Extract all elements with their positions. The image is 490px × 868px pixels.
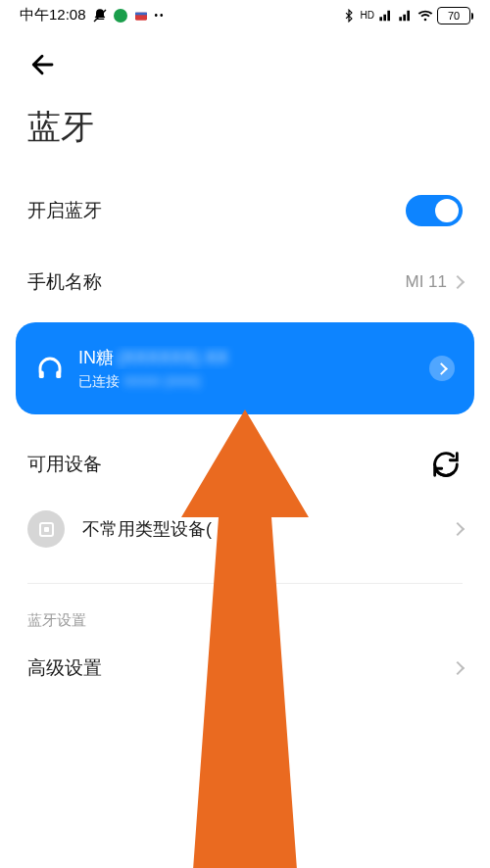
wifi-icon	[417, 8, 433, 24]
refresh-icon	[429, 448, 463, 481]
chevron-right-icon	[451, 275, 465, 289]
status-left: 中午12:08 ••	[20, 6, 166, 24]
advanced-settings-row[interactable]: 高级设置	[0, 638, 490, 702]
available-devices-header: 可用设备	[0, 420, 490, 495]
bluetooth-status-icon	[341, 8, 357, 24]
page-title: 蓝牙	[0, 91, 490, 173]
svg-rect-4	[56, 371, 61, 379]
status-right: HD 70	[341, 7, 470, 24]
bluetooth-switch-row[interactable]: 开启蓝牙	[0, 173, 490, 248]
chevron-right-icon	[451, 522, 465, 536]
headphones-icon	[35, 354, 65, 383]
available-devices-label: 可用设备	[27, 452, 102, 477]
device-text: IN糖(XXXXXX) XX 已连接 XXXX (XXX)	[78, 346, 416, 391]
advanced-settings-label: 高级设置	[27, 655, 102, 681]
back-arrow-icon	[27, 50, 57, 79]
connected-device-card[interactable]: IN糖(XXXXXX) XX 已连接 XXXX (XXX)	[16, 322, 474, 414]
refresh-button[interactable]	[429, 448, 463, 481]
header	[0, 28, 490, 91]
svg-rect-2	[135, 12, 147, 15]
svg-rect-3	[39, 371, 44, 379]
phone-name-row[interactable]: 手机名称 MI 11	[0, 248, 490, 316]
battery-indicator: 70	[437, 7, 470, 24]
phone-name-value: MI 11	[405, 272, 447, 292]
device-name-obscured: (XXXXXX) XX	[118, 348, 228, 367]
device-status-obscured: XXXX (XXX)	[123, 373, 201, 391]
back-button[interactable]	[27, 50, 57, 83]
shield-green-icon	[114, 9, 127, 23]
signal-2-icon	[398, 8, 414, 24]
uncommon-device-icon	[27, 510, 65, 548]
bluetooth-toggle[interactable]	[406, 195, 463, 226]
status-bar: 中午12:08 •• HD 70	[0, 0, 490, 28]
device-status: 已连接	[78, 373, 120, 391]
app-icon	[133, 8, 149, 24]
battery-percent: 70	[448, 10, 460, 22]
more-indicator-icon: ••	[155, 10, 166, 21]
device-name: IN糖	[78, 348, 114, 367]
chevron-right-icon	[451, 661, 465, 675]
hd-indicator: HD	[361, 10, 374, 21]
status-time: 中午12:08	[20, 6, 86, 24]
divider	[27, 583, 463, 584]
signal-1-icon	[378, 8, 394, 24]
device-details-button[interactable]	[429, 356, 455, 381]
phone-name-label: 手机名称	[27, 269, 102, 295]
dnd-icon	[92, 8, 108, 24]
bt-settings-section-label: 蓝牙设置	[0, 603, 490, 638]
uncommon-devices-row[interactable]: 不常用类型设备(	[0, 495, 490, 563]
uncommon-devices-label: 不常用类型设备(	[82, 517, 212, 541]
bluetooth-switch-label: 开启蓝牙	[27, 198, 102, 223]
